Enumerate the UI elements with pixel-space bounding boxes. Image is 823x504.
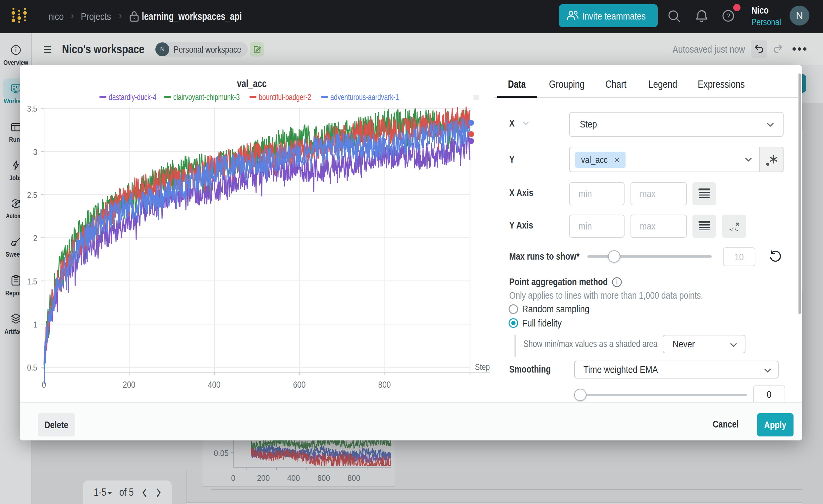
svg-text:?: ? (726, 12, 730, 20)
